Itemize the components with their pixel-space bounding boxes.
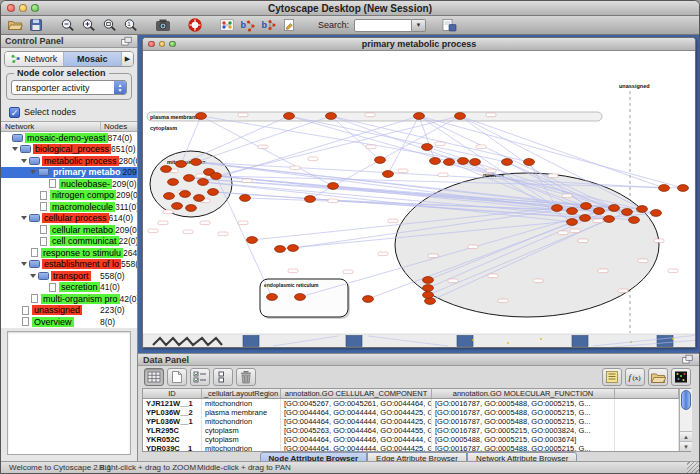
folder-icon [29, 260, 40, 268]
table-row[interactable]: YDR039C__1mitochondrion[GO:0044464, GO:0… [143, 444, 679, 451]
tree-row[interactable]: cellular metabo209(0) [1, 224, 137, 236]
create-attribute-icon[interactable] [167, 368, 187, 386]
delete-attribute-icon[interactable] [236, 368, 256, 386]
table-row[interactable]: YPL036W__1mitochondrion[GO:0044464, GO:0… [143, 417, 679, 426]
plugin-network-1-icon[interactable]: b [238, 17, 257, 33]
snapshot-icon[interactable] [153, 17, 172, 33]
expand-arrow-icon[interactable] [21, 159, 27, 163]
column-header[interactable] [615, 389, 679, 398]
birds-eye-view[interactable] [7, 331, 131, 455]
tree-row[interactable]: establishment of lo558(0) [1, 259, 137, 271]
scroll-down-arrow[interactable]: ▼ [680, 441, 692, 451]
column-header[interactable]: ID [143, 389, 202, 398]
expand-arrow-icon[interactable] [30, 274, 36, 278]
save-session-icon[interactable] [439, 17, 458, 33]
expand-arrow-icon[interactable] [21, 262, 27, 266]
select-nodes-checkbox[interactable]: ✓ [9, 107, 20, 118]
cytoplasm-label: cytoplasm [150, 125, 177, 131]
attribute-list-icon[interactable] [602, 368, 622, 386]
select-nodes-row: ✓ Select nodes [9, 106, 137, 118]
tab-overflow-arrow-icon[interactable]: ▶ [122, 52, 133, 66]
tree-row[interactable]: nucleobase-209(0) [1, 178, 137, 190]
node-color-selection-legend: Node color selection [14, 68, 109, 78]
attribute-editor-icon[interactable] [190, 368, 210, 386]
plugin-network-2-icon[interactable]: b [259, 17, 278, 33]
window-titlebar[interactable]: Cytoscape Desktop (New Session) [1, 1, 699, 16]
table-row[interactable]: YPL036W__2plasma membrane[GO:0044464, GO… [143, 408, 679, 417]
network-view-title: primary metabolic process [143, 39, 695, 49]
tree-row-label: nitrogen compo [50, 190, 116, 200]
table-row[interactable]: YJR121W__1mitochondrion[GO:0045267, GO:0… [143, 399, 679, 408]
table-row[interactable]: YKR052Ccytoplasm[GO:0044464, GO:0044446,… [143, 435, 679, 444]
expand-arrow-icon[interactable] [21, 216, 27, 220]
save-icon[interactable] [26, 17, 45, 33]
toolbar-separator [174, 16, 183, 34]
network-canvas[interactable]: plasma membranecytoplasmunassignednucleu… [143, 51, 695, 347]
network-view-titlebar[interactable]: primary metabolic process [143, 38, 695, 51]
tree-row[interactable]: biological_process651(0) [1, 144, 137, 156]
node-color-dropdown-value: transporter activity [12, 83, 114, 93]
control-panel-title: Control Panel [5, 36, 64, 46]
open-icon[interactable] [5, 17, 24, 33]
import-attributes-icon[interactable] [648, 368, 668, 386]
scrollbar-thumb[interactable] [681, 390, 691, 410]
table-row[interactable]: YLR295Ccytoplasm[GO:0045263, GO:0044464,… [143, 426, 679, 435]
tree-row-count: 223(0) [100, 305, 137, 315]
tab-network[interactable]: Network [5, 52, 64, 66]
network-view-frame[interactable]: primary metabolic process plasma membran… [142, 37, 696, 348]
column-header[interactable]: annotation.GO MOLECULAR_FUNCTION [432, 389, 615, 398]
attribute-table: ID_cellularLayoutRegionannotation.GO CEL… [142, 388, 691, 452]
tree-row-count: 209(... [123, 167, 137, 177]
zoom-out-icon[interactable] [58, 17, 77, 33]
help-icon[interactable] [185, 17, 204, 33]
tree-row-label: cell communicat [50, 236, 119, 246]
tree-row-label: multi-organism pro [41, 294, 120, 304]
search-input[interactable] [354, 19, 412, 32]
tree-row[interactable]: mosaic-demo-yeast874(0) [1, 132, 137, 144]
zoom-fit-icon[interactable]: 1 [121, 17, 140, 33]
search-dropdown-icon[interactable]: ▼ [412, 19, 426, 32]
table-cell: [GO:0016787, GO:0005488, GO:0005215, G..… [432, 417, 615, 426]
table-scrollbar[interactable]: ▲ ▼ [679, 389, 692, 451]
vizmapper-icon[interactable] [217, 17, 236, 33]
column-header[interactable]: _cellularLayoutRegion [202, 389, 281, 398]
tree-row[interactable]: cellular process614(0) [1, 213, 137, 225]
data-panel-toolbar: f(x) [138, 366, 699, 388]
tab-mosaic[interactable]: Mosaic [64, 52, 123, 66]
tree-row[interactable]: secretion41(0) [1, 282, 137, 294]
tree-row[interactable]: primary metabo209(... [1, 167, 137, 179]
node-color-dropdown[interactable]: transporter activity ▲▼ [11, 80, 127, 95]
tree-row[interactable]: nitrogen compo209(0) [1, 190, 137, 202]
float-panel-icon[interactable] [119, 36, 133, 47]
expand-arrow-icon[interactable] [12, 147, 18, 151]
tree-row[interactable]: transport558(0) [1, 270, 137, 282]
table-cell: plasma membrane [202, 408, 281, 417]
zoom-in-icon[interactable] [79, 17, 98, 33]
select-attributes-icon[interactable] [144, 368, 164, 386]
scroll-up-arrow[interactable]: ▲ [680, 431, 692, 441]
tree-row[interactable]: Overview8(0) [1, 316, 137, 328]
matrix-ops-icon[interactable] [213, 368, 233, 386]
page-icon [40, 225, 47, 234]
tree-row-label: nucleobase- [59, 179, 112, 189]
page-icon [31, 248, 38, 257]
tree-row[interactable]: cell communicat22(0) [1, 236, 137, 248]
tree-row[interactable]: response to stimulu264(0) [1, 247, 137, 259]
zoom-selected-icon[interactable] [100, 17, 119, 33]
main-area: Control Panel NetworkMosaic▶ Node color … [1, 35, 699, 461]
attribute-table-grid: ID_cellularLayoutRegionannotation.GO CEL… [143, 389, 679, 451]
annotation-icon[interactable] [280, 17, 299, 33]
matrix-view-icon[interactable] [671, 368, 691, 386]
tree-row[interactable]: metabolic process280(0) [1, 155, 137, 167]
formula-builder-icon[interactable]: f(x) [625, 368, 645, 386]
tab-label: Mosaic [77, 54, 108, 64]
tree-row[interactable]: unassigned223(0) [1, 305, 137, 317]
expand-arrow-icon[interactable] [30, 170, 36, 174]
svg-text:b: b [261, 20, 267, 30]
resize-grip[interactable] [687, 461, 699, 473]
tree-row[interactable]: macromolecule311(0) [1, 201, 137, 213]
tree-row[interactable]: multi-organism pro42(0) [1, 293, 137, 305]
network-tree-header: Network Nodes [1, 121, 137, 132]
float-data-panel-icon[interactable] [680, 354, 694, 365]
column-header[interactable]: annotation.GO CELLULAR_COMPONENT [281, 389, 432, 398]
